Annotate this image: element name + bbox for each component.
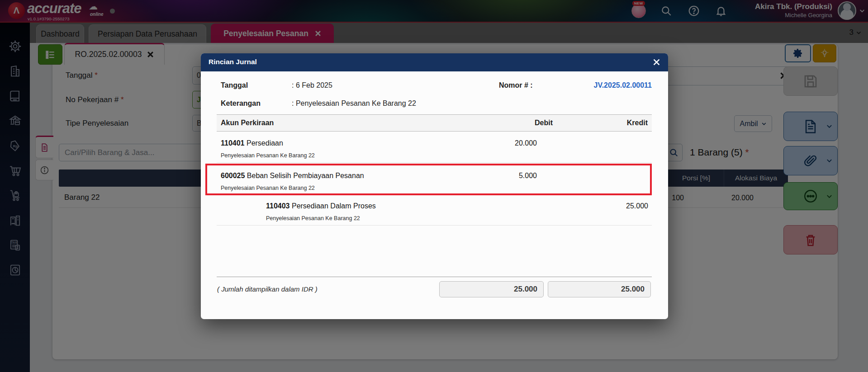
column-akun-perkiraan: Akun Perkiraan [221, 119, 274, 127]
rincian-jurnal-modal: Rincian Jurnal Tanggal : 6 Feb 2025 Nomo… [201, 53, 668, 319]
modal-tanggal-label: Tanggal [221, 81, 248, 89]
totals-divider [217, 277, 652, 277]
journal-table-header: Akun Perkiraan Debit Kredit [217, 114, 652, 132]
currency-note: ( Jumlah ditampilkan dalam IDR ) [217, 285, 318, 293]
column-kredit: Kredit [627, 119, 648, 127]
modal-keterangan-label: Keterangan [221, 99, 261, 108]
journal-row-kredit: 25.000 [594, 202, 648, 210]
journal-row-account: 110401 Persediaan [221, 139, 283, 147]
total-debit-box: 25.000 [439, 281, 544, 297]
total-kredit-box: 25.000 [548, 281, 651, 297]
journal-row-debit: 20.000 [483, 139, 537, 147]
journal-row-memo: Penyelesaian Pesanan Ke Barang 22 [266, 215, 360, 221]
row-divider [217, 225, 652, 226]
column-debit: Debit [535, 119, 553, 127]
journal-row-account: 110403 Persediaan Dalam Proses [266, 202, 376, 210]
modal-keterangan-value: : Penyelesaian Pesanan Ke Barang 22 [292, 99, 416, 108]
highlighted-row-outline [205, 164, 652, 195]
app-screen: Λ accurate ☁ online v1.0.1#3790-2550273 … [0, 0, 868, 372]
journal-number-link[interactable]: JV.2025.02.00011 [558, 81, 652, 89]
modal-nomor-label: Nomor # : [499, 81, 533, 89]
modal-tanggal-value: : 6 Feb 2025 [292, 81, 332, 89]
modal-title: Rincian Jurnal [209, 58, 257, 66]
row-divider [217, 162, 652, 163]
close-modal-icon[interactable] [652, 58, 661, 66]
modal-header: Rincian Jurnal [201, 53, 668, 71]
journal-row-memo: Penyelesaian Pesanan Ke Barang 22 [221, 152, 315, 159]
